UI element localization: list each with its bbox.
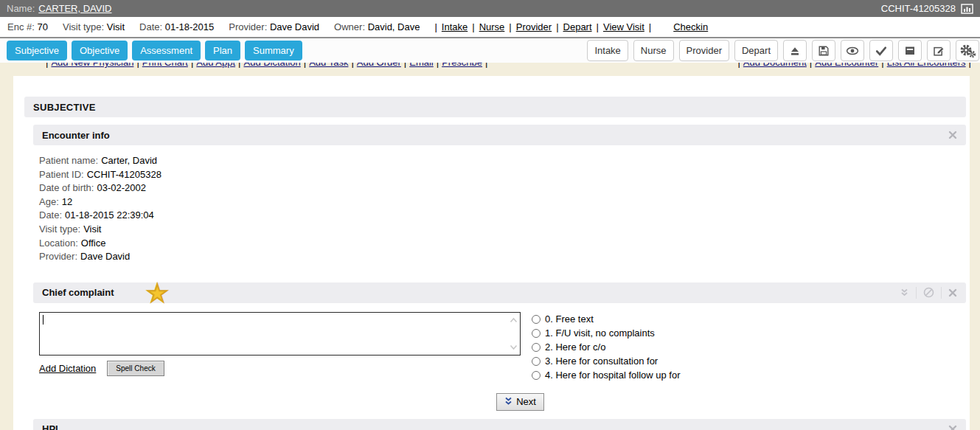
add-encounter-link[interactable]: Add Encounter: [815, 63, 878, 68]
chief-complaint-section: Chief complaint ★: [33, 282, 966, 411]
patient-header-right: CCHIT-41205328: [881, 3, 973, 14]
encounter-info-section: Encounter info Patient name:Carter, Davi…: [33, 125, 966, 275]
radio-button[interactable]: [532, 371, 541, 380]
date-field: Date: 01-18-2015: [139, 21, 214, 32]
checkin-link[interactable]: Checkin: [673, 21, 708, 32]
subjective-button[interactable]: Subjective: [7, 41, 67, 60]
option-here-for-co[interactable]: 2. Here for c/o: [532, 342, 681, 353]
eject-icon[interactable]: [783, 40, 807, 61]
quick-links-strip: |Add New Physician|Print Chart|Add Appt|…: [0, 63, 980, 74]
option-consultation[interactable]: 3. Here for consultation for: [532, 356, 681, 367]
encounter-info-header-actions: [948, 131, 957, 139]
chief-complaint-header: Chief complaint ★: [33, 282, 966, 303]
add-order-link[interactable]: Add Order: [357, 63, 401, 68]
chief-complaint-body: Add Dictation Spell Check 0. Free text 1…: [33, 303, 966, 381]
visit-type-field: Visit type: Visit: [63, 21, 125, 32]
collapse-chevrons-icon[interactable]: [900, 288, 909, 297]
provider-field: Provider: Dave David: [229, 21, 319, 32]
disable-circle-icon[interactable]: [923, 287, 934, 298]
add-new-physician-link[interactable]: Add New Physician: [51, 63, 133, 68]
soap-nav-buttons: Subjective Objective Assessment Plan Sum…: [7, 41, 302, 60]
provider-button[interactable]: Provider: [679, 40, 729, 61]
assessment-button[interactable]: Assessment: [132, 41, 201, 60]
patient-detail-row: Provider:Dave David: [39, 250, 966, 264]
intake-button[interactable]: Intake: [587, 40, 628, 61]
add-task-link[interactable]: Add Task: [309, 63, 348, 68]
patient-detail-row: Patient ID:CCHIT-41205328: [39, 168, 966, 182]
provider-link[interactable]: Provider: [516, 21, 552, 32]
toolbar-right-group: Intake Nurse Provider Depart: [587, 40, 973, 61]
close-icon[interactable]: [948, 425, 957, 430]
archive-icon[interactable]: [898, 40, 922, 61]
add-dictation-link[interactable]: Add Dictation: [39, 363, 96, 374]
hpi-title: HPI: [42, 423, 58, 430]
quick-links-right: |Add Document|Add Encounter|List All Enc…: [737, 63, 971, 74]
option-free-text[interactable]: 0. Free text: [532, 314, 681, 325]
print-chart-link[interactable]: Print Chart: [142, 63, 188, 68]
option-hospital-follow-up[interactable]: 4. Here for hospital follow up for: [532, 370, 681, 381]
list-all-encounters-link[interactable]: List All Encounters: [887, 63, 966, 68]
text-caret: [43, 315, 44, 325]
edit-icon[interactable]: [927, 40, 951, 61]
prescribe-link[interactable]: Prescribe: [442, 63, 482, 68]
textarea-text-area[interactable]: [40, 313, 507, 355]
textarea-actions: Add Dictation Spell Check: [39, 361, 521, 376]
patient-detail-row: Age:12: [39, 195, 966, 209]
quick-links-left: |Add New Physician|Print Chart|Add Appt|…: [46, 63, 487, 74]
encounter-links: | Intake | Nurse | Provider | Depart | V…: [434, 21, 708, 32]
chief-complaint-left: Add Dictation Spell Check: [39, 312, 521, 381]
summary-button[interactable]: Summary: [245, 41, 302, 60]
patient-detail-row: Date of birth:03-02-2002: [39, 181, 966, 195]
plan-button[interactable]: Plan: [205, 41, 240, 60]
close-icon[interactable]: [948, 288, 957, 297]
add-dictation-link-top[interactable]: Add Dictation: [243, 63, 300, 68]
save-icon[interactable]: [812, 40, 835, 61]
patient-detail-row: Location:Office: [39, 237, 966, 251]
chief-complaint-title: Chief complaint: [42, 287, 114, 298]
hpi-header: HPI: [33, 419, 966, 430]
close-icon[interactable]: [948, 131, 957, 139]
scroll-up-icon: [510, 317, 518, 323]
radio-button[interactable]: [532, 357, 541, 366]
subjective-section-header: SUBJECTIVE: [24, 97, 966, 117]
note-panel: SUBJECTIVE Encounter info Patient name:C…: [13, 76, 970, 430]
patient-id-value: CCHIT-41205328: [881, 3, 956, 14]
add-document-link[interactable]: Add Document: [743, 63, 807, 68]
depart-button[interactable]: Depart: [734, 40, 778, 61]
intake-link[interactable]: Intake: [442, 21, 468, 32]
patient-name-link[interactable]: CARTER, DAVID: [38, 3, 111, 14]
scroll-down-icon: [510, 344, 518, 350]
chief-complaint-textarea[interactable]: [39, 312, 521, 356]
patient-detail-row: Date:01-18-2015 22:39:04: [39, 209, 966, 223]
gears-icon[interactable]: [956, 40, 979, 61]
next-button-row: Next: [496, 393, 544, 411]
nurse-link[interactable]: Nurse: [479, 21, 505, 32]
radio-button[interactable]: [532, 329, 541, 338]
nurse-button[interactable]: Nurse: [633, 40, 674, 61]
encounter-info-title: Encounter info: [42, 130, 110, 141]
add-appt-link[interactable]: Add Appt: [196, 63, 235, 68]
objective-button[interactable]: Objective: [72, 41, 128, 60]
eye-icon[interactable]: [841, 40, 864, 61]
subjective-title: SUBJECTIVE: [33, 102, 96, 113]
hpi-header-actions: [948, 425, 957, 430]
email-link[interactable]: Email: [409, 63, 434, 68]
encounter-meta-bar: Enc #: 70 Visit type: Visit Date: 01-18-…: [0, 17, 980, 38]
encounter-info-header: Encounter info: [33, 125, 966, 145]
patient-header-bar: Name: CARTER, DAVID CCHIT-41205328: [0, 0, 980, 17]
check-icon[interactable]: [869, 40, 893, 61]
patient-details: Patient name:Carter, David Patient ID:CC…: [33, 145, 966, 275]
radio-button[interactable]: [532, 343, 541, 352]
depart-link[interactable]: Depart: [563, 21, 592, 32]
header-divider: [941, 287, 942, 299]
next-label: Next: [516, 396, 536, 407]
owner-field: Owner: David, Dave: [334, 21, 420, 32]
next-button[interactable]: Next: [496, 393, 544, 411]
spell-check-button[interactable]: Spell Check: [107, 361, 164, 376]
bar-chart-icon[interactable]: [961, 4, 973, 14]
radio-button[interactable]: [532, 315, 541, 324]
enc-number-field: Enc #: 70: [7, 21, 48, 32]
option-fu-visit[interactable]: 1. F/U visit, no complaints: [532, 328, 681, 339]
textarea-scrollbar[interactable]: [507, 313, 520, 355]
view-visit-link[interactable]: View Visit: [603, 21, 644, 32]
